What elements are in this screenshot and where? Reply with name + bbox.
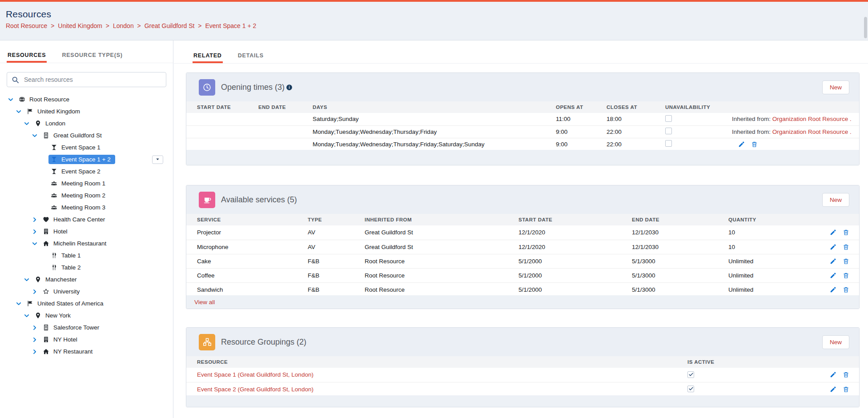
tree-item[interactable]: New York <box>0 309 173 322</box>
tree-node[interactable]: NY Restaurant <box>43 348 92 355</box>
tree-item[interactable]: Health Care Center <box>0 213 173 225</box>
edit-icon[interactable] <box>830 286 836 293</box>
tree-item[interactable]: Table 2 <box>0 261 173 273</box>
tree-item[interactable]: United States of America <box>0 297 173 309</box>
scrollbar-thumb[interactable] <box>864 17 867 38</box>
tree-node[interactable]: Meeting Room 2 <box>51 192 105 199</box>
tree-node[interactable]: University <box>43 288 80 295</box>
chevron-right-icon[interactable] <box>31 289 38 295</box>
tree-node[interactable]: United States of America <box>27 300 104 307</box>
edit-icon[interactable] <box>830 386 836 393</box>
tree-node[interactable]: Meeting Room 1 <box>51 180 105 187</box>
delete-icon[interactable] <box>843 272 849 279</box>
tree-item[interactable]: NY Hotel <box>0 334 173 346</box>
is-active-checkbox[interactable] <box>687 386 694 392</box>
inherited-from-link[interactable]: Organization Root Resource . <box>772 116 852 122</box>
tree-node[interactable]: New York <box>35 312 71 319</box>
tree-item[interactable]: Root Resource <box>0 93 173 105</box>
resource-link[interactable]: Event Space 2 (Great Guildford St, Londo… <box>197 386 313 393</box>
chevron-down-icon[interactable] <box>31 133 38 139</box>
tree-node[interactable]: London <box>35 120 65 127</box>
delete-icon[interactable] <box>843 386 849 393</box>
is-active-checkbox[interactable] <box>687 371 694 378</box>
delete-icon[interactable] <box>843 229 849 236</box>
tree-node[interactable]: Michelin Restaurant <box>43 240 106 247</box>
chevron-down-icon[interactable] <box>23 277 30 283</box>
new-button[interactable]: New <box>822 193 849 207</box>
tree-node[interactable]: United Kingdom <box>27 108 80 115</box>
tree-item[interactable]: Event Space 1 + 2 <box>0 153 173 165</box>
tree-node[interactable]: Table 2 <box>51 264 81 271</box>
unavailability-checkbox[interactable] <box>665 115 672 122</box>
search-input[interactable] <box>23 76 161 84</box>
delete-icon[interactable] <box>751 141 758 148</box>
tree-item[interactable]: London <box>0 117 173 129</box>
tree-node[interactable]: Meeting Room 3 <box>51 204 105 211</box>
tree-node[interactable]: Event Space 1 <box>51 144 100 151</box>
tree-item[interactable]: University <box>0 285 173 297</box>
tree-item[interactable]: Meeting Room 3 <box>0 201 173 213</box>
tree-node[interactable]: Health Care Center <box>43 216 105 223</box>
chevron-right-icon[interactable] <box>31 349 38 355</box>
tab-resource-type-s[interactable]: RESOURCE TYPE(S) <box>61 52 123 63</box>
delete-icon[interactable] <box>843 244 849 250</box>
edit-icon[interactable] <box>738 141 745 148</box>
tab-details[interactable]: DETAILS <box>237 52 265 63</box>
edit-icon[interactable] <box>830 371 836 378</box>
chevron-down-icon[interactable] <box>7 96 14 103</box>
tab-resources[interactable]: RESOURCES <box>7 52 47 63</box>
chevron-down-icon[interactable] <box>23 313 30 319</box>
inherited-from-link[interactable]: Organization Root Resource . <box>772 129 852 135</box>
edit-icon[interactable] <box>830 229 836 236</box>
delete-icon[interactable] <box>843 258 849 265</box>
chevron-right-icon[interactable] <box>31 337 38 343</box>
chevron-right-icon[interactable] <box>31 217 38 223</box>
chevron-right-icon[interactable] <box>31 229 38 235</box>
tree-item[interactable]: Table 1 <box>0 249 173 261</box>
tree-item[interactable]: Event Space 1 <box>0 141 173 153</box>
chevron-down-icon[interactable] <box>31 241 38 247</box>
tree-item[interactable]: Meeting Room 1 <box>0 177 173 189</box>
breadcrumb-link[interactable]: Great Guildford St <box>145 22 195 29</box>
delete-icon[interactable] <box>843 371 849 378</box>
new-button[interactable]: New <box>822 80 849 94</box>
tree-item[interactable]: United Kingdom <box>0 105 173 117</box>
tree-node[interactable]: Great Guildford St <box>43 132 102 139</box>
tree-node[interactable]: Event Space 2 <box>51 168 100 175</box>
chevron-down-icon[interactable] <box>23 121 30 127</box>
resource-link[interactable]: Event Space 1 (Great Guildford St, Londo… <box>197 371 313 378</box>
tree-item[interactable]: Meeting Room 2 <box>0 189 173 201</box>
tree-node[interactable]: NY Hotel <box>43 336 77 343</box>
unavailability-checkbox[interactable] <box>665 140 672 147</box>
info-icon[interactable] <box>286 84 293 91</box>
row-menu-button[interactable] <box>152 155 163 164</box>
chevron-right-icon[interactable] <box>31 325 38 331</box>
chevron-down-icon[interactable] <box>15 109 22 115</box>
tree-item[interactable]: Michelin Restaurant <box>0 237 173 249</box>
tree-node[interactable]: Event Space 1 + 2 <box>48 155 115 164</box>
tree-node[interactable]: Hotel <box>43 228 68 235</box>
chevron-down-icon[interactable] <box>15 301 22 307</box>
tree-item[interactable]: NY Restaurant <box>0 346 173 358</box>
tree-node[interactable]: Manchester <box>35 276 77 283</box>
tree-item[interactable]: Event Space 2 <box>0 165 173 177</box>
new-button[interactable]: New <box>822 335 849 349</box>
edit-icon[interactable] <box>830 258 836 265</box>
edit-icon[interactable] <box>830 272 836 279</box>
tree-node[interactable]: Salesforce Tower <box>43 324 99 331</box>
breadcrumb-link[interactable]: London <box>113 22 134 29</box>
tree-node[interactable]: Root Resource <box>19 96 69 103</box>
view-all-link[interactable]: View all <box>194 299 215 305</box>
unavailability-checkbox[interactable] <box>665 128 672 134</box>
edit-icon[interactable] <box>830 244 836 250</box>
tab-related[interactable]: RELATED <box>193 52 223 63</box>
tree-item[interactable]: Hotel <box>0 225 173 237</box>
tree-node[interactable]: Table 1 <box>51 252 81 259</box>
tree-item[interactable]: Salesforce Tower <box>0 322 173 334</box>
tree-item[interactable]: Great Guildford St <box>0 129 173 141</box>
breadcrumb-link[interactable]: Root Resource <box>6 22 47 29</box>
tree-item[interactable]: Manchester <box>0 273 173 285</box>
breadcrumb-link[interactable]: United Kingdom <box>58 22 102 29</box>
breadcrumb-link[interactable]: Event Space 1 + 2 <box>205 22 256 29</box>
delete-icon[interactable] <box>843 286 849 293</box>
